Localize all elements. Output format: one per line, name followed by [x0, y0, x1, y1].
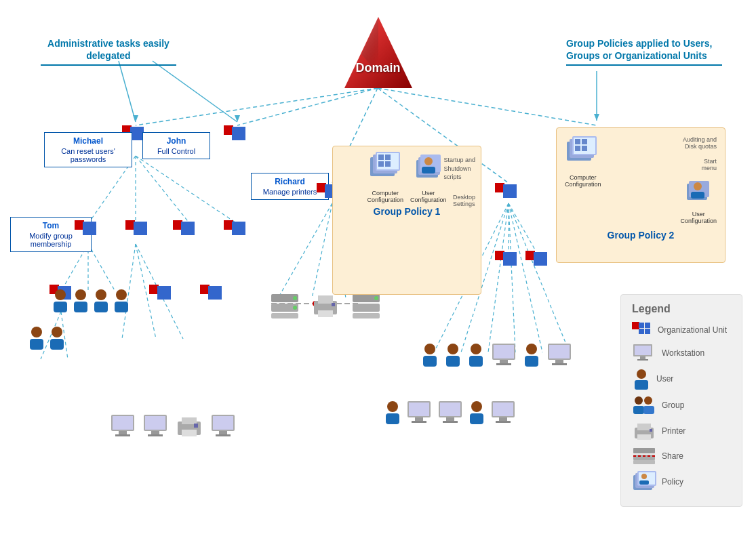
svg-rect-76: [157, 293, 164, 300]
svg-rect-137: [470, 413, 483, 424]
svg-point-106: [31, 327, 42, 337]
svg-rect-149: [318, 310, 333, 317]
svg-rect-190: [469, 356, 483, 367]
legend-printer-label: Printer: [662, 426, 685, 436]
svg-point-100: [75, 289, 86, 300]
svg-rect-57: [140, 228, 147, 235]
svg-point-104: [116, 289, 127, 300]
svg-rect-89: [503, 252, 510, 259]
svg-rect-92: [510, 259, 517, 266]
svg-rect-115: [145, 416, 165, 430]
svg-rect-202: [639, 323, 644, 328]
svg-rect-208: [640, 356, 645, 359]
svg-rect-86: [503, 191, 510, 198]
gp2-title: Group Policy 2: [562, 230, 719, 241]
svg-rect-97: [540, 259, 547, 266]
svg-rect-83: [495, 183, 504, 192]
legend-policy-label: Policy: [662, 477, 683, 487]
svg-rect-48: [75, 220, 84, 230]
legend-ou-label: Organizational Unit: [658, 325, 727, 335]
svg-rect-217: [637, 424, 651, 430]
svg-line-22: [488, 203, 509, 352]
svg-rect-222: [633, 460, 655, 464]
svg-rect-165: [385, 155, 391, 160]
svg-point-108: [52, 327, 62, 337]
svg-rect-199: [555, 360, 563, 363]
ou-sub-left-2: [125, 220, 150, 243]
gp1-title: Group Policy 1: [338, 206, 475, 217]
svg-rect-152: [353, 304, 380, 312]
svg-rect-134: [446, 417, 454, 421]
svg-rect-58: [173, 220, 182, 230]
svg-rect-127: [386, 413, 399, 424]
svg-rect-178: [582, 139, 587, 144]
svg-rect-117: [148, 434, 163, 436]
legend-policy: Policy: [632, 471, 731, 493]
svg-rect-213: [633, 406, 644, 414]
svg-rect-105: [115, 302, 128, 312]
svg-point-195: [526, 344, 537, 354]
svg-rect-49: [83, 222, 89, 228]
legend-printer: Printer: [632, 421, 731, 441]
svg-rect-200: [552, 363, 567, 365]
svg-line-4: [378, 88, 597, 125]
svg-point-210: [637, 369, 646, 379]
svg-line-23: [509, 203, 515, 352]
svg-rect-192: [494, 345, 514, 358]
svg-rect-73: [149, 285, 159, 294]
svg-rect-51: [83, 228, 89, 235]
svg-marker-35: [594, 114, 599, 121]
svg-rect-201: [632, 322, 639, 329]
ou-right-3: [525, 251, 550, 274]
svg-line-30: [119, 61, 136, 122]
svg-rect-125: [216, 434, 231, 436]
svg-rect-172: [422, 167, 435, 173]
svg-rect-99: [54, 302, 67, 312]
ou-sub-left-1: [75, 220, 99, 243]
svg-rect-207: [635, 346, 651, 355]
svg-rect-139: [493, 403, 513, 416]
svg-point-187: [447, 344, 458, 354]
computers-right: [383, 400, 517, 426]
svg-rect-148: [318, 295, 333, 304]
svg-rect-94: [534, 252, 540, 259]
svg-line-27: [509, 203, 536, 251]
svg-rect-123: [213, 416, 233, 430]
svg-rect-186: [423, 356, 437, 367]
svg-rect-209: [637, 359, 648, 361]
svg-rect-203: [645, 323, 650, 328]
svg-rect-164: [378, 155, 384, 160]
svg-rect-180: [582, 146, 587, 151]
users-left-1: [51, 288, 131, 312]
svg-rect-198: [549, 345, 570, 358]
legend-user: User: [632, 368, 731, 390]
svg-rect-82: [215, 293, 222, 300]
svg-rect-93: [525, 251, 535, 260]
legend-user-label: User: [656, 374, 673, 384]
svg-point-189: [471, 344, 481, 354]
legend-share: Share: [632, 447, 731, 466]
svg-rect-130: [415, 417, 423, 421]
svg-rect-219: [650, 429, 652, 432]
legend-title: Legend: [632, 303, 731, 315]
svg-rect-211: [635, 380, 648, 390]
svg-point-126: [387, 401, 398, 412]
svg-rect-67: [239, 228, 245, 235]
svg-rect-177: [575, 139, 580, 144]
svg-rect-141: [496, 421, 511, 423]
svg-line-0: [136, 88, 378, 125]
svg-rect-158: [325, 191, 332, 198]
svg-marker-33: [235, 115, 240, 122]
svg-rect-133: [440, 403, 460, 416]
svg-rect-54: [134, 222, 140, 228]
ou-deep-2: [149, 285, 174, 308]
annotation-right: Group Policies applied to Users, Groups …: [566, 37, 722, 66]
users-bottom-right: [420, 342, 574, 368]
svg-rect-65: [239, 222, 245, 228]
svg-rect-44: [232, 127, 239, 134]
domain-label: Domain: [355, 61, 400, 75]
svg-point-183: [694, 182, 702, 190]
svg-rect-131: [412, 421, 426, 423]
svg-rect-79: [208, 286, 215, 293]
svg-rect-107: [30, 339, 43, 350]
